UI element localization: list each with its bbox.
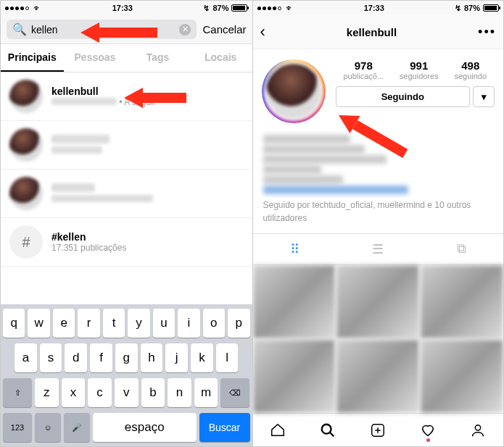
key-f[interactable]: f <box>90 343 112 372</box>
nav-search-icon[interactable] <box>303 414 353 446</box>
clock: 17:33 <box>364 4 384 12</box>
key-v[interactable]: v <box>115 378 139 407</box>
more-icon[interactable]: ••• <box>478 25 496 40</box>
key-space[interactable]: espaço <box>93 413 197 442</box>
notification-dot <box>426 438 430 442</box>
key-j[interactable]: j <box>165 343 188 372</box>
key-q[interactable]: q <box>3 309 25 338</box>
result-username: kellenbull <box>51 85 244 97</box>
avatar <box>264 62 323 121</box>
tab-list-icon[interactable]: ☰ <box>336 234 420 264</box>
post-thumb[interactable] <box>253 340 336 413</box>
battery-pct: 87% <box>464 4 480 12</box>
result-hashtag: #kellen <box>51 231 244 243</box>
key-emoji[interactable]: ☺ <box>35 413 61 442</box>
keyboard: q w e r t y u i o p a s d f g h j k l <box>1 304 252 446</box>
key-mic[interactable]: 🎤 <box>64 413 90 442</box>
result-username <box>51 134 244 146</box>
tab-tags[interactable]: Tags <box>126 44 189 72</box>
followed-by: Seguido por techtudo_oficial, muellermin… <box>263 199 494 225</box>
wifi-icon: ᯤ <box>33 4 41 12</box>
key-k[interactable]: k <box>191 343 213 372</box>
post-thumb[interactable] <box>253 265 336 338</box>
key-b[interactable]: b <box>141 378 165 407</box>
key-e[interactable]: e <box>53 309 75 338</box>
key-shift[interactable]: ⇧ <box>3 378 32 407</box>
key-backspace[interactable]: ⌫ <box>220 378 249 407</box>
key-y[interactable]: y <box>128 309 149 338</box>
following-button[interactable]: Seguindo <box>336 86 471 107</box>
nav-profile-icon[interactable] <box>453 414 503 446</box>
profile-bio: Seguido por techtudo_oficial, muellermin… <box>253 133 504 225</box>
result-sub <box>51 194 244 204</box>
key-l[interactable]: l <box>216 343 239 372</box>
key-u[interactable]: u <box>153 309 175 338</box>
key-w[interactable]: w <box>28 309 49 338</box>
key-c[interactable]: c <box>88 378 112 407</box>
avatar <box>9 128 43 162</box>
svg-point-0 <box>322 424 331 433</box>
stat-posts[interactable]: 978publicaçõ... <box>343 59 384 80</box>
profile-top: 978publicaçõ... 991seguidores 498seguind… <box>253 49 504 133</box>
story-ring[interactable] <box>262 59 326 123</box>
cancel-button[interactable]: Cancelar <box>202 23 246 35</box>
key-o[interactable]: o <box>203 309 225 338</box>
clear-search-icon[interactable]: ✕ <box>179 24 191 35</box>
clock: 17:33 <box>112 4 133 12</box>
avatar <box>9 80 43 113</box>
bottom-nav <box>253 413 504 446</box>
tab-places[interactable]: Locais <box>189 44 252 72</box>
posts-grid <box>253 265 504 413</box>
nav-add-icon[interactable] <box>353 414 403 446</box>
status-bar: ᯤ 17:33 ↯87% <box>253 1 504 15</box>
key-x[interactable]: x <box>62 378 86 407</box>
key-a[interactable]: a <box>15 343 37 372</box>
search-header: 🔍 ✕ Cancelar <box>1 15 252 44</box>
search-input[interactable] <box>31 24 175 35</box>
search-result[interactable] <box>1 170 252 218</box>
post-thumb[interactable] <box>421 340 503 413</box>
stat-following[interactable]: 498seguindo <box>454 59 487 80</box>
tab-people[interactable]: Pessoas <box>64 44 127 72</box>
battery-pct: 87% <box>212 4 228 12</box>
search-input-wrap[interactable]: 🔍 ✕ <box>7 20 197 39</box>
key-s[interactable]: s <box>40 343 62 372</box>
result-username <box>51 183 244 194</box>
profile-header: ‹ kellenbull ••• <box>253 15 504 49</box>
avatar <box>9 177 43 210</box>
tab-grid-icon[interactable]: ⠿ <box>253 234 336 264</box>
key-m[interactable]: m <box>194 378 218 407</box>
hashtag-icon: # <box>9 225 43 259</box>
search-result[interactable] <box>1 121 252 170</box>
search-screen: ᯤ 17:33 ↯87% 🔍 ✕ Cancelar Principais Pes… <box>1 1 252 446</box>
key-n[interactable]: n <box>168 378 191 407</box>
key-g[interactable]: g <box>115 343 138 372</box>
search-icon: 🔍 <box>12 22 27 36</box>
tab-tagged-icon[interactable]: ⧉ <box>420 234 503 264</box>
post-thumb[interactable] <box>336 265 419 338</box>
result-sub <box>51 146 244 156</box>
key-p[interactable]: p <box>228 309 249 338</box>
search-result-hashtag[interactable]: # #kellen 17.351 publicações <box>1 218 252 267</box>
back-icon[interactable]: ‹ <box>260 22 265 41</box>
nav-home-icon[interactable] <box>253 414 303 446</box>
search-result[interactable]: kellenbull • A seguir <box>1 72 252 121</box>
profile-screen: ᯤ 17:33 ↯87% ‹ kellenbull ••• 978publica… <box>252 1 504 446</box>
key-h[interactable]: h <box>141 343 163 372</box>
suggestions-dropdown[interactable]: ▾ <box>473 86 495 107</box>
key-123[interactable]: 123 <box>3 413 32 442</box>
profile-username: kellenbull <box>347 26 397 38</box>
key-search[interactable]: Buscar <box>199 413 250 442</box>
nav-activity-icon[interactable] <box>403 414 453 446</box>
stat-followers[interactable]: 991seguidores <box>400 59 439 80</box>
key-t[interactable]: t <box>103 309 125 338</box>
profile-view-tabs: ⠿ ☰ ⧉ <box>253 233 504 265</box>
key-i[interactable]: i <box>178 309 199 338</box>
post-thumb[interactable] <box>421 265 503 338</box>
post-thumb[interactable] <box>336 340 419 413</box>
search-tabs: Principais Pessoas Tags Locais <box>1 44 252 72</box>
key-d[interactable]: d <box>65 343 87 372</box>
tab-top[interactable]: Principais <box>1 44 64 72</box>
key-r[interactable]: r <box>78 309 99 338</box>
key-z[interactable]: z <box>35 378 59 407</box>
